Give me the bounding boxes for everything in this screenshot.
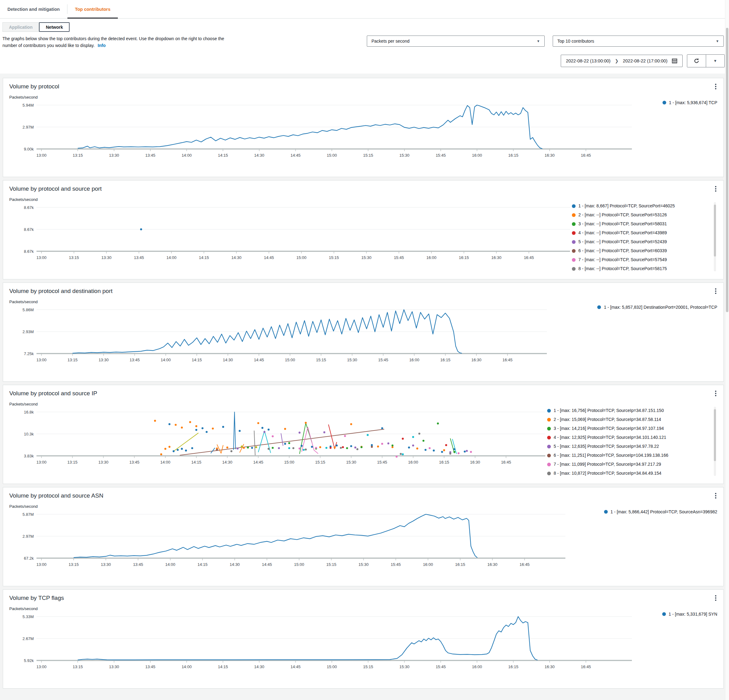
legend-item-label: 3 - [max: --] Protocol=TCP, SourcePort=5… <box>578 219 667 228</box>
legend-item-label: 5 - [max: 12,635] Protocol=TCP, SourceIp… <box>554 442 659 451</box>
legend-item[interactable]: 1 - [max: 16,756] Protocol=TCP, SourceIp… <box>547 406 709 415</box>
svg-text:14:30: 14:30 <box>223 358 233 362</box>
svg-text:15:15: 15:15 <box>363 153 373 158</box>
svg-text:16:45: 16:45 <box>524 255 534 260</box>
panel-menu-kebab-icon[interactable] <box>712 82 720 91</box>
svg-text:15:15: 15:15 <box>326 562 337 567</box>
svg-text:14:15: 14:15 <box>199 255 209 260</box>
svg-text:16:45: 16:45 <box>581 153 591 158</box>
svg-text:13:30: 13:30 <box>99 358 109 362</box>
chart-canvas: 5.94M2.97M9.00k13:0013:1513:3013:4514:00… <box>9 101 634 166</box>
info-link[interactable]: Info <box>98 43 106 48</box>
chart-legend: 1 - [max: 5,936,674] TCP <box>634 90 717 105</box>
chart-plot-area: 5.94M2.97M9.00k13:0013:1513:3013:4514:00… <box>9 101 634 166</box>
svg-text:13:30: 13:30 <box>109 153 119 158</box>
series-color-swatch <box>572 231 576 235</box>
svg-text:14:30: 14:30 <box>230 562 240 567</box>
legend-item[interactable]: 8 - [max: 10,872] Protocol=TCP, SourceIp… <box>547 469 709 478</box>
refresh-options-button[interactable]: ▼ <box>706 55 725 67</box>
chart-plot-area: 5.87M2.97M67.2k13:0013:1513:3013:4514:00… <box>9 510 567 575</box>
series-color-swatch <box>572 240 576 244</box>
svg-text:16:00: 16:00 <box>426 255 436 260</box>
svg-text:8.67k: 8.67k <box>24 227 34 232</box>
legend-item[interactable]: 8 - [max: --] Protocol=TCP, SourcePort=5… <box>572 264 709 273</box>
svg-text:14:00: 14:00 <box>182 664 192 669</box>
chart-canvas: 8.67k8.67k8.67k13:0013:1513:3013:4514:00… <box>9 203 572 268</box>
svg-text:13:00: 13:00 <box>36 460 47 465</box>
legend-item[interactable]: 1 - [max: 5,857,832] DestinationPort=200… <box>597 304 717 310</box>
legend-item-label: 1 - [max: 8,667] Protocol=TCP, SourcePor… <box>578 201 675 210</box>
tab-detection-and-mitigation[interactable]: Detection and mitigation <box>0 0 67 18</box>
svg-text:14:45: 14:45 <box>254 358 264 362</box>
contributor-count-value: Top 10 contributors <box>557 39 594 43</box>
panel-menu-kebab-icon[interactable] <box>712 287 720 296</box>
svg-text:13:15: 13:15 <box>73 153 83 158</box>
legend-item[interactable]: 1 - [max: 5,331,679] SYN <box>662 611 717 617</box>
chart-canvas: 5.87M2.97M67.2k13:0013:1513:3013:4514:00… <box>9 510 567 575</box>
legend-item[interactable]: 7 - [max: 11,099] Protocol=TCP, SourceIp… <box>547 460 709 469</box>
panel-menu-kebab-icon[interactable] <box>712 491 720 500</box>
svg-text:15:30: 15:30 <box>359 562 369 567</box>
svg-text:15:15: 15:15 <box>363 664 373 669</box>
application-network-toggle: Application Network <box>3 22 70 32</box>
tab-bar: Detection and mitigation Top contributor… <box>0 0 729 19</box>
page-scrollbar[interactable] <box>725 0 729 700</box>
svg-text:15:00: 15:00 <box>327 153 337 158</box>
chart-canvas: 5.86M2.93M7.25k13:0013:1513:3013:4514:00… <box>9 305 549 370</box>
legend-item[interactable]: 5 - [max: 12,635] Protocol=TCP, SourceIp… <box>547 442 709 451</box>
svg-text:16:15: 16:15 <box>455 562 466 567</box>
svg-text:16:15: 16:15 <box>439 460 449 465</box>
legend-item[interactable]: 7 - [max: --] Protocol=TCP, SourcePort=5… <box>572 255 709 264</box>
svg-text:16:30: 16:30 <box>491 255 502 260</box>
svg-text:14:45: 14:45 <box>290 153 301 158</box>
legend-item[interactable]: 2 - [max: 15,069] Protocol=TCP, SourceIp… <box>547 415 709 424</box>
contributor-count-select[interactable]: Top 10 contributors ▼ <box>553 36 724 47</box>
refresh-button[interactable] <box>687 55 706 67</box>
svg-text:13:00: 13:00 <box>36 358 47 362</box>
legend-item[interactable]: 4 - [max: 12,925] Protocol=TCP, SourceIp… <box>547 433 709 442</box>
legend-item[interactable]: 3 - [max: 14,216] Protocol=TCP, SourceIp… <box>547 424 709 433</box>
legend-item[interactable]: 4 - [max: --] Protocol=TCP, SourcePort=4… <box>572 228 709 237</box>
chart-title: Volume by protocol and source port <box>9 186 717 192</box>
legend-item[interactable]: 1 - [max: 5,936,674] TCP <box>662 100 717 105</box>
svg-text:13:45: 13:45 <box>129 460 139 465</box>
svg-text:16:00: 16:00 <box>409 358 420 362</box>
legend-item-label: 3 - [max: 14,216] Protocol=TCP, SourceIp… <box>554 424 664 433</box>
application-toggle-label: Application <box>9 25 32 30</box>
panel-menu-kebab-icon[interactable] <box>712 593 720 603</box>
svg-text:16:45: 16:45 <box>502 358 513 362</box>
legend-item[interactable]: 1 - [max: 5,866,442] Protocol=TCP, Sourc… <box>604 509 717 514</box>
svg-text:15:00: 15:00 <box>296 255 306 260</box>
legend-item[interactable]: 6 - [max: 11,251] Protocol=TCP, SourceIp… <box>547 451 709 460</box>
legend-scrollbar[interactable] <box>714 202 716 271</box>
svg-text:8.67k: 8.67k <box>24 249 34 254</box>
metric-select[interactable]: Packets per second ▼ <box>367 36 545 47</box>
controls-section: Application Network The graphs below sho… <box>0 19 729 49</box>
svg-text:16:45: 16:45 <box>520 562 530 567</box>
legend-item[interactable]: 2 - [max: --] Protocol=TCP, SourcePort=5… <box>572 210 709 219</box>
legend-item[interactable]: 6 - [max: --] Protocol=TCP, SourcePort=6… <box>572 246 709 255</box>
series-color-swatch <box>572 204 576 208</box>
series-color-swatch <box>547 463 551 467</box>
svg-text:5.87M: 5.87M <box>23 512 34 517</box>
svg-text:16:15: 16:15 <box>508 664 518 669</box>
legend-item-label: 7 - [max: --] Protocol=TCP, SourcePort=5… <box>578 255 667 264</box>
series-color-swatch <box>572 267 576 271</box>
svg-text:16:30: 16:30 <box>545 153 555 158</box>
series-color-swatch <box>572 258 576 262</box>
application-toggle-button[interactable]: Application <box>3 22 39 32</box>
legend-item[interactable]: 3 - [max: --] Protocol=TCP, SourcePort=5… <box>572 219 709 228</box>
legend-scrollbar[interactable] <box>714 407 716 476</box>
series-color-swatch <box>597 305 601 309</box>
legend-item[interactable]: 5 - [max: --] Protocol=TCP, SourcePort=5… <box>572 237 709 246</box>
legend-item[interactable]: 1 - [max: 8,667] Protocol=TCP, SourcePor… <box>572 201 709 210</box>
legend-item-label: 6 - [max: --] Protocol=TCP, SourcePort=6… <box>578 246 667 255</box>
page-scrollbar-thumb[interactable] <box>726 28 728 312</box>
svg-text:15:15: 15:15 <box>316 358 326 362</box>
date-range-picker[interactable]: 2022-08-22 (13:00:00) ❯ 2022-08-22 (17:0… <box>561 55 683 67</box>
network-toggle-button[interactable]: Network <box>39 22 70 32</box>
svg-text:5.92k: 5.92k <box>24 658 34 663</box>
legend-item-label: 4 - [max: --] Protocol=TCP, SourcePort=4… <box>578 228 667 237</box>
legend-item-label: 8 - [max: --] Protocol=TCP, SourcePort=5… <box>578 264 667 273</box>
tab-top-contributors[interactable]: Top contributors <box>67 0 118 18</box>
